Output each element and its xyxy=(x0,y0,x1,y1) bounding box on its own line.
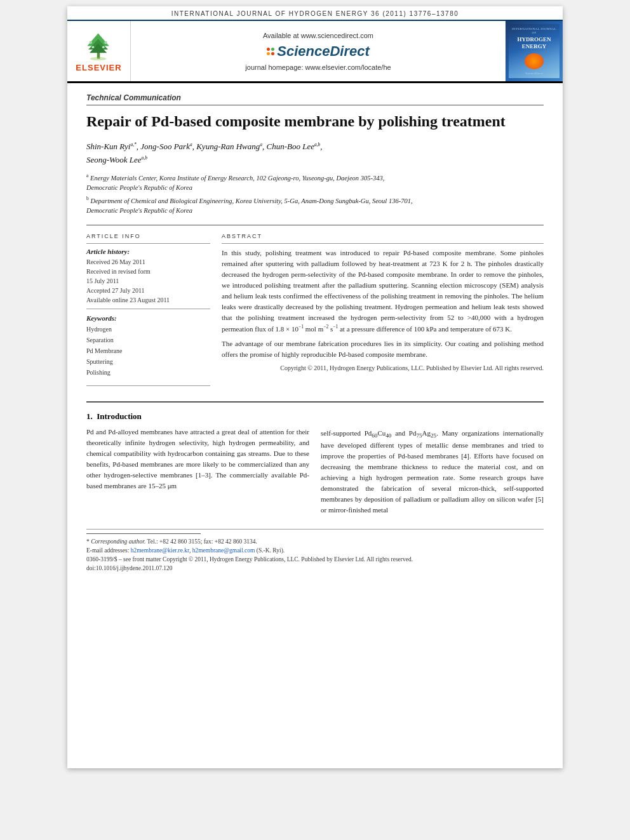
journal-cover-area: International Journal of HYDROGENENERGY … xyxy=(506,21,563,81)
email-footnote: E-mail addresses: h2membrane@kier.re.kr,… xyxy=(86,546,544,555)
footer: * Corresponding author. Tel.: +82 42 860… xyxy=(86,529,544,578)
main-content: Technical Communication Repair of Pd-bas… xyxy=(67,83,563,589)
elsevier-tree-icon xyxy=(81,30,116,62)
sd-dot-4 xyxy=(271,52,274,55)
email-link-2[interactable]: h2membrane@gmail.com xyxy=(192,547,255,554)
info-divider-3 xyxy=(86,385,210,386)
cover-circle-icon xyxy=(525,53,544,69)
email-link-1[interactable]: h2membrane@kier.re.kr xyxy=(131,547,189,554)
corresponding-text: * Corresponding author. Tel.: +82 42 860… xyxy=(86,538,257,545)
copyright-text: Copyright © 2011, Hydrogen Energy Public… xyxy=(222,364,544,373)
abstract-text: In this study, polishing treatment was i… xyxy=(222,248,544,335)
journal-header-text: International Journal of Hydrogen Energy… xyxy=(171,10,459,17)
sd-dots-icon xyxy=(267,48,274,55)
sciencedirect-logo: ScienceDirect xyxy=(267,43,370,60)
abstract-divider xyxy=(222,243,544,244)
affil-a: a Energy Materials Center, Korea Institu… xyxy=(86,172,544,193)
affiliations: a Energy Materials Center, Korea Institu… xyxy=(86,172,544,216)
authors-text: Shin-Kun Ryia,*, Jong-Soo Parka, Kyung-R… xyxy=(86,142,323,164)
svg-point-7 xyxy=(92,46,95,48)
info-divider-1 xyxy=(86,243,210,244)
elsevier-logo-area: ELSEVIER xyxy=(67,21,131,81)
svg-point-8 xyxy=(102,46,105,48)
accepted-text: Accepted 27 July 2011 xyxy=(86,286,210,295)
corresponding-footnote: * Corresponding author. Tel.: +82 42 860… xyxy=(86,537,544,546)
intro-text-right: self-supported Pd60Cu40 and Pd75Ag25. Ma… xyxy=(321,428,544,516)
abstract-advantage: The advantage of our membrane fabricatio… xyxy=(222,338,544,360)
article-info-col: Article Info Article history: Received 2… xyxy=(86,233,210,390)
cover-intl-text: International Journal of xyxy=(511,27,558,35)
abstract-label: Abstract xyxy=(222,233,544,239)
elsevier-name: ELSEVIER xyxy=(76,63,121,72)
svg-point-1 xyxy=(90,57,106,60)
footnote-divider xyxy=(86,533,201,534)
intro-left-col: 1. Introduction Pd and Pd-alloyed membra… xyxy=(86,411,309,516)
sd-dot-3 xyxy=(267,52,270,55)
intro-title: 1. Introduction xyxy=(86,411,309,422)
journal-cover-mini: International Journal of HYDROGENENERGY … xyxy=(509,24,560,78)
keywords-heading: Keywords: xyxy=(86,314,210,322)
keywords-list: Hydrogen Separation Pd Membrane Sputteri… xyxy=(86,324,210,378)
intro-text-left: Pd and Pd-alloyed membranes have attract… xyxy=(86,427,309,491)
revised-label: Received in revised form xyxy=(86,267,210,276)
svg-point-5 xyxy=(89,41,92,44)
issn-footnote: 0360-3199/$ – see front matter Copyright… xyxy=(86,555,544,564)
revised-date: 15 July 2011 xyxy=(86,276,210,286)
article-info-label: Article Info xyxy=(86,233,210,239)
intro-right-col: self-supported Pd60Cu40 and Pd75Ag25. Ma… xyxy=(321,411,544,516)
intro-number: 1. xyxy=(86,411,93,421)
abstract-col: Abstract In this study, polishing treatm… xyxy=(222,233,544,390)
article-history-heading: Article history: xyxy=(86,248,210,255)
received-text: Received 26 May 2011 xyxy=(86,257,210,267)
keyword-polishing: Polishing xyxy=(86,367,210,378)
cover-title-text: HYDROGENENERGY xyxy=(517,36,551,50)
article-type: Technical Communication xyxy=(86,93,544,105)
svg-point-6 xyxy=(104,41,107,44)
keyword-sputtering: Sputtering xyxy=(86,356,210,367)
article-title: Repair of Pd-based composite membrane by… xyxy=(86,112,544,131)
keyword-separation: Separation xyxy=(86,335,210,345)
keyword-pd-membrane: Pd Membrane xyxy=(86,345,210,356)
banner-center: Available at www.sciencedirect.com Scien… xyxy=(131,21,506,81)
sd-dot-2 xyxy=(271,48,274,51)
two-column-section: Article Info Article history: Received 2… xyxy=(86,225,544,390)
info-divider-2 xyxy=(86,309,210,309)
available-text: Available at www.sciencedirect.com xyxy=(263,32,373,39)
journal-homepage: journal homepage: www.elsevier.com/locat… xyxy=(245,63,391,71)
sciencedirect-name: ScienceDirect xyxy=(277,43,370,60)
affil-b: b Department of Chemical and Biological … xyxy=(86,195,544,216)
journal-header: International Journal of Hydrogen Energy… xyxy=(67,6,563,21)
banner: ELSEVIER Available at www.sciencedirect.… xyxy=(67,21,563,83)
body-section: 1. Introduction Pd and Pd-alloyed membra… xyxy=(86,401,544,516)
authors: Shin-Kun Ryia,*, Jong-Soo Parka, Kyung-R… xyxy=(86,140,544,167)
intro-heading: Introduction xyxy=(97,411,142,421)
sd-dot-1 xyxy=(267,48,270,51)
cover-publisher: ScienceDirect xyxy=(525,72,543,75)
page: International Journal of Hydrogen Energy… xyxy=(67,6,563,768)
keyword-hydrogen: Hydrogen xyxy=(86,324,210,335)
elsevier-logo: ELSEVIER xyxy=(76,30,121,72)
available-online: Available online 23 August 2011 xyxy=(86,295,210,305)
doi-footnote: doi:10.1016/j.ijhydene.2011.07.120 xyxy=(86,564,544,573)
